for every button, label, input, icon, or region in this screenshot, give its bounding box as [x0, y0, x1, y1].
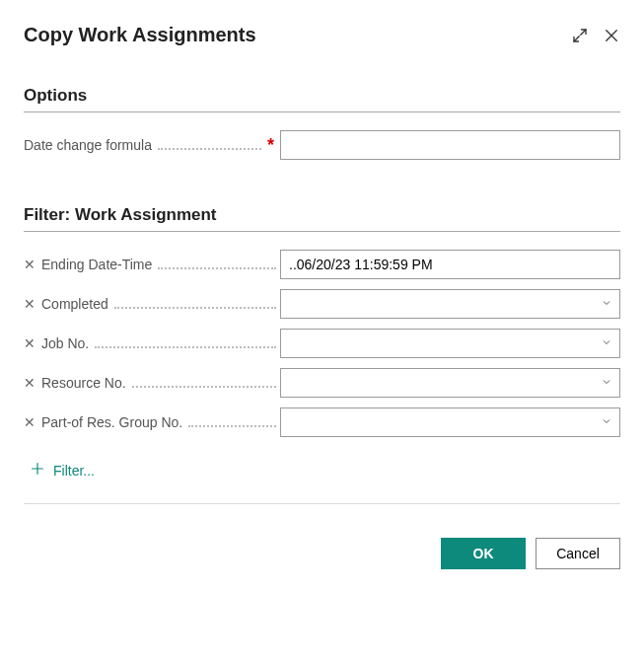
options-heading: Options [24, 86, 620, 112]
remove-filter-icon[interactable]: ✕ [24, 258, 36, 271]
plus-icon [30, 461, 45, 480]
filter-label: Job No. [41, 335, 89, 351]
add-filter-label: Filter... [53, 463, 95, 479]
remove-filter-icon[interactable]: ✕ [24, 336, 36, 350]
divider [24, 503, 620, 504]
label-dots [95, 338, 276, 348]
close-icon[interactable] [603, 27, 620, 44]
resource-no-input[interactable] [280, 368, 620, 398]
filter-label: Completed [41, 296, 108, 312]
filter-label: Part-of Res. Group No. [41, 414, 182, 430]
page-title: Copy Work Assignments [24, 24, 256, 46]
job-no-input[interactable] [280, 329, 620, 358]
filter-label: Resource No. [41, 375, 126, 391]
filter-label: Ending Date-Time [41, 257, 152, 272]
expand-icon[interactable] [571, 27, 589, 44]
filter-heading: Filter: Work Assignment [24, 205, 620, 232]
cancel-button[interactable]: Cancel [536, 538, 620, 569]
completed-input[interactable] [280, 289, 620, 319]
part-of-res-group-no-input[interactable] [280, 407, 620, 437]
label-dots [132, 378, 276, 388]
label-dots [158, 140, 261, 150]
remove-filter-icon[interactable]: ✕ [24, 415, 36, 429]
required-asterisk-icon: * [267, 136, 274, 154]
label-dots [114, 299, 276, 309]
add-filter-button[interactable]: Filter... [30, 461, 95, 480]
label-dots [188, 417, 276, 427]
remove-filter-icon[interactable]: ✕ [24, 376, 36, 390]
ok-button[interactable]: OK [441, 538, 526, 569]
label-dots [158, 259, 276, 269]
remove-filter-icon[interactable]: ✕ [24, 297, 36, 311]
ending-date-time-input[interactable] [280, 250, 620, 279]
date-change-formula-label: Date change formula [24, 137, 152, 153]
date-change-formula-input[interactable] [280, 130, 620, 160]
